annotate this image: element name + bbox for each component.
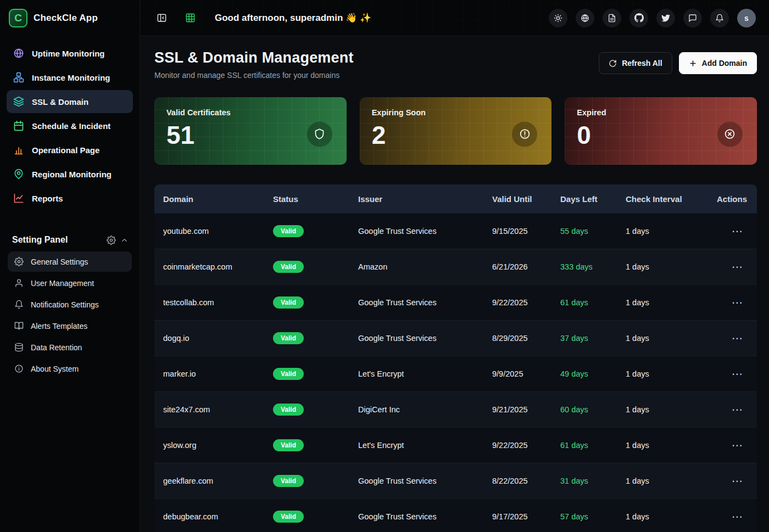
sidebar-item-operational-page[interactable]: Operational Page	[7, 138, 133, 161]
actions-cell: ⋯	[716, 438, 757, 453]
settings-item-label: About System	[31, 365, 79, 373]
github-icon[interactable]	[629, 9, 648, 27]
header-actions: s	[549, 9, 756, 27]
column-header-issuer: Issuer	[358, 194, 492, 204]
row-actions-menu-icon[interactable]: ⋯	[727, 509, 747, 524]
domain-cell: geekflare.com	[163, 477, 273, 485]
status-badge: Valid	[273, 225, 304, 237]
row-actions-menu-icon[interactable]: ⋯	[727, 223, 747, 239]
sidebar-item-regional-monitoring[interactable]: Regional Monitoring	[7, 163, 133, 186]
days-left-cell: 61 days	[560, 441, 626, 450]
gear-icon[interactable]	[107, 236, 116, 245]
language-globe-icon[interactable]	[576, 9, 594, 27]
map-pin-icon	[13, 169, 24, 180]
actions-cell: ⋯	[716, 402, 757, 417]
refresh-all-button[interactable]: Refresh All	[599, 52, 672, 74]
status-badge: Valid	[273, 261, 304, 273]
sidebar-toggle-icon[interactable]	[153, 10, 170, 26]
row-actions-menu-icon[interactable]: ⋯	[727, 295, 747, 310]
user-avatar[interactable]: s	[737, 9, 756, 27]
x-circle-icon	[717, 121, 743, 147]
row-actions-menu-icon[interactable]: ⋯	[727, 366, 747, 382]
sidebar-item-ssl-domain[interactable]: SSL & Domain	[7, 90, 133, 113]
chat-bubble-icon[interactable]	[683, 9, 702, 27]
table-row: marker.io Valid Let's Encrypt 9/9/2025 4…	[154, 356, 757, 391]
sidebar-item-schedule-incident[interactable]: Schedule & Incident	[7, 114, 133, 137]
sidebar-item-label: Regional Monitoring	[32, 170, 112, 179]
add-domain-button[interactable]: Add Domain	[679, 52, 757, 74]
row-actions-menu-icon[interactable]: ⋯	[727, 331, 747, 346]
days-left-cell: 55 days	[560, 227, 626, 236]
twitter-icon[interactable]	[656, 9, 675, 27]
status-badge: Valid	[273, 511, 304, 523]
alert-circle-icon	[512, 121, 537, 147]
sidebar-item-instance-monitoring[interactable]: Instance Monitoring	[7, 66, 133, 89]
issuer-cell: Let's Encrypt	[358, 441, 492, 450]
column-header-days-left: Days Left	[560, 194, 626, 204]
check-interval-cell: 1 days	[626, 298, 716, 307]
issuer-cell: Google Trust Services	[358, 477, 492, 485]
setting-panel-header[interactable]: Setting Panel	[0, 229, 140, 249]
days-left-cell: 37 days	[560, 334, 626, 343]
status-badge: Valid	[273, 404, 304, 416]
actions-cell: ⋯	[716, 295, 757, 310]
days-left-cell: 57 days	[560, 512, 626, 521]
settings-item-alerts-templates[interactable]: Alerts Templates	[8, 316, 132, 336]
docs-file-icon[interactable]	[603, 9, 621, 27]
actions-cell: ⋯	[716, 366, 757, 382]
row-actions-menu-icon[interactable]: ⋯	[727, 438, 747, 453]
notifications-bell-icon[interactable]	[710, 9, 729, 27]
row-actions-menu-icon[interactable]: ⋯	[727, 402, 747, 417]
row-actions-menu-icon[interactable]: ⋯	[727, 259, 747, 275]
settings-item-label: Notification Settings	[31, 300, 99, 309]
column-header-actions: Actions	[716, 194, 757, 204]
status-badge: Valid	[273, 439, 304, 451]
status-badge: Valid	[273, 296, 304, 309]
page-actions: Refresh All Add Domain	[599, 52, 757, 74]
status-cell: Valid	[273, 261, 358, 273]
user-icon	[14, 278, 24, 288]
table-row: testcollab.com Valid Google Trust Servic…	[154, 284, 757, 320]
check-interval-cell: 1 days	[626, 227, 716, 236]
valid-until-cell: 6/21/2026	[492, 262, 560, 271]
days-left-cell: 60 days	[560, 405, 626, 414]
settings-item-data-retention[interactable]: Data Retention	[8, 337, 132, 357]
row-actions-menu-icon[interactable]: ⋯	[727, 473, 747, 489]
days-left-cell: 49 days	[560, 369, 626, 378]
settings-item-notification-settings[interactable]: Notification Settings	[8, 294, 132, 315]
logo-letter: C	[14, 12, 22, 24]
check-interval-cell: 1 days	[626, 441, 716, 450]
table-row: dogq.io Valid Google Trust Services 8/29…	[154, 320, 757, 356]
table-row: yslow.org Valid Let's Encrypt 9/22/2025 …	[154, 427, 757, 463]
calendar-icon	[13, 120, 24, 131]
settings-item-about-system[interactable]: About System	[8, 359, 132, 379]
page-header: SSL & Domain Management Monitor and mana…	[154, 49, 757, 80]
days-left-cell: 333 days	[560, 262, 626, 271]
sidebar-item-reports[interactable]: Reports	[7, 187, 133, 210]
domains-table: Domain Status Issuer Valid Until Days Le…	[154, 184, 757, 532]
grid-table-icon[interactable]	[182, 10, 198, 26]
status-badge: Valid	[273, 368, 304, 380]
table-row: coinmarketcap.com Valid Amazon 6/21/2026…	[154, 249, 757, 284]
theme-sun-icon[interactable]	[549, 9, 567, 27]
valid-until-cell: 8/22/2025	[492, 477, 560, 485]
domain-cell: dogq.io	[163, 334, 273, 343]
sidebar-item-label: Schedule & Incident	[32, 121, 110, 131]
sidebar-item-label: Reports	[32, 194, 63, 203]
chevron-up-icon[interactable]	[120, 236, 129, 244]
app-brand: C CheckCle App	[0, 0, 140, 36]
valid-until-cell: 8/29/2025	[492, 334, 560, 343]
actions-cell: ⋯	[716, 473, 757, 489]
status-cell: Valid	[273, 332, 358, 344]
status-cell: Valid	[273, 511, 358, 523]
sidebar-item-uptime-monitoring[interactable]: Uptime Monitoring	[7, 42, 133, 65]
check-interval-cell: 1 days	[626, 405, 716, 414]
settings-item-general[interactable]: General Settings	[8, 251, 132, 272]
setting-panel-title: Setting Panel	[12, 235, 68, 245]
settings-item-user-management[interactable]: User Management	[8, 273, 132, 293]
stat-cards: Valid Certificates 51 Expiring Soon 2 Ex…	[154, 97, 757, 165]
status-cell: Valid	[273, 368, 358, 380]
stat-card-expiring: Expiring Soon 2	[360, 97, 552, 165]
column-header-valid-until: Valid Until	[492, 194, 560, 204]
column-header-check-interval: Check Interval	[626, 194, 716, 204]
